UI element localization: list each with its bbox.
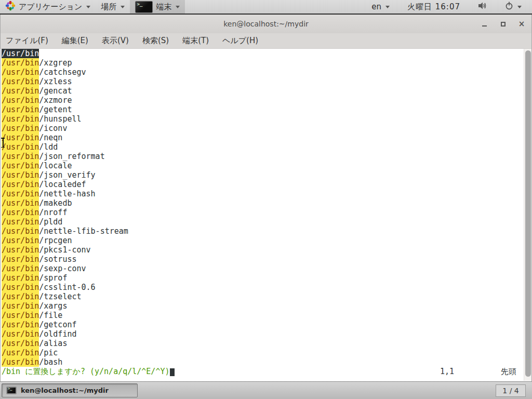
mouse-ibeam-cursor [1,137,5,148]
terminal-line: /usr/bin/sprof [2,273,531,283]
minimize-button[interactable] [481,20,488,28]
terminal-app-menu-label: 端末 [156,2,171,12]
chevron-down-icon [517,6,522,8]
terminal-line: /usr/bin/nettle-lfib-stream [2,227,531,236]
scrollbar-thumb[interactable] [525,50,531,377]
applications-menu[interactable]: アプリケーション [0,0,96,14]
terminal-window-icon: >_ [6,387,17,394]
terminal-line: /usr/bin [2,49,531,58]
terminal-line: /usr/bin/catchsegv [2,68,531,77]
terminal-line: /usr/bin/json_verify [2,170,531,180]
terminal-line: /usr/bin/pkcs1-conv [2,245,531,255]
terminal-menubar: ファイル(F)編集(E)表示(V)検索(S)端末(T)ヘルプ(H) [1,33,531,49]
terminal-line: /usr/bin/gencat [2,86,531,96]
terminal-line: /usr/bin/pic [2,348,531,357]
clock[interactable]: 火曜日 16:07 [402,0,466,14]
terminal-line: /usr/bin/sexp-conv [2,264,531,273]
menu-item-5[interactable]: ヘルプ(H) [222,36,258,46]
top-panel: アプリケーション 場所 >_ 端末 en 火曜日 16:07 [0,0,532,15]
terminal-line: /usr/bin/oldfind [2,329,531,339]
terminal-line: /usr/bin/pldd [2,217,531,227]
system-menu[interactable] [500,0,527,14]
terminal-screen[interactable]: /usr/bin/usr/bin/xzgrep/usr/bin/catchseg… [1,49,531,381]
terminal-line: /usr/bin/rpcgen [2,236,531,245]
scrollbar[interactable] [524,49,531,381]
terminal-line: /usr/bin/xargs [2,301,531,311]
terminal-line: /usr/bin/makedb [2,198,531,208]
terminal-line: /usr/bin/bash [2,357,531,367]
chevron-down-icon [86,6,90,8]
menu-item-4[interactable]: 端末(T) [182,36,209,46]
terminal-line: /usr/bin/getent [2,105,531,114]
terminal-line: /usr/bin/nroff [2,208,531,217]
vim-position-indicator: 先頭 [501,367,516,376]
distro-flower-icon [5,1,16,13]
menu-item-0[interactable]: ファイル(F) [6,36,48,46]
terminal-line: /usr/bin/neqn [2,133,531,142]
terminal-line: /usr/bin/localedef [2,180,531,189]
text-cursor [170,368,175,376]
keyboard-layout-label: en [371,2,381,11]
places-menu[interactable]: 場所 [96,0,130,14]
terminal-line: /usr/bin/getconf [2,320,531,329]
terminal-line: /usr/bin/hunspell [2,114,531,124]
power-icon [505,2,513,12]
terminal-line: /usr/bin/alias [2,339,531,348]
terminal-line: /usr/bin/xzmore [2,96,531,105]
applications-menu-label: アプリケーション [19,2,82,12]
terminal-line: /usr/bin/xzgrep [2,58,531,68]
terminal-app-menu[interactable]: >_ 端末 [130,0,185,14]
workspace-switcher[interactable]: 1 / 4 [496,384,526,397]
window-title: ken@localhost:~/mydir [223,20,309,28]
terminal-line: /usr/bin/locale [2,161,531,170]
terminal-line: /usr/bin/ldd [2,142,531,152]
chevron-down-icon [385,6,390,8]
task-button-terminal[interactable]: >_ ken@localhost:~/mydir [2,383,138,397]
speaker-icon [478,2,487,12]
task-button-label: ken@localhost:~/mydir [21,387,109,394]
menu-item-1[interactable]: 編集(E) [62,36,88,46]
workspace-indicator-label: 1 / 4 [502,387,518,395]
taskbar: >_ ken@localhost:~/mydir 1 / 4 [0,381,532,399]
volume-control[interactable] [473,0,493,14]
places-menu-label: 場所 [101,2,116,12]
close-button[interactable]: × [518,20,525,28]
terminal-line: /usr/bin/file [2,311,531,320]
chevron-down-icon [121,6,125,8]
terminal-line: /usr/bin/csslint-0.6 [2,283,531,292]
maximize-button[interactable] [499,20,507,28]
terminal-line: /usr/bin/nettle-hash [2,189,531,198]
terminal-window: ken@localhost:~/mydir × ファイル(F)編集(E)表示(V… [0,15,532,381]
terminal-line: /usr/bin/tzselect [2,292,531,301]
terminal-line: /usr/bin/json_reformat [2,152,531,161]
terminal-line: /usr/bin/sotruss [2,255,531,264]
terminal-window-icon: >_ [135,1,153,13]
window-titlebar[interactable]: ken@localhost:~/mydir × [1,15,531,33]
vim-ruler: 1,1 [440,367,454,376]
terminal-line: /usr/bin/xzless [2,77,531,86]
clock-label: 火曜日 16:07 [407,2,460,12]
menu-item-2[interactable]: 表示(V) [102,36,129,46]
terminal-output: /usr/bin/usr/bin/xzgrep/usr/bin/catchseg… [2,49,531,367]
chevron-down-icon [176,6,180,8]
keyboard-layout-indicator[interactable]: en [366,0,395,14]
menu-item-3[interactable]: 検索(S) [142,36,169,46]
terminal-line: /usr/bin/iconv [2,124,531,133]
